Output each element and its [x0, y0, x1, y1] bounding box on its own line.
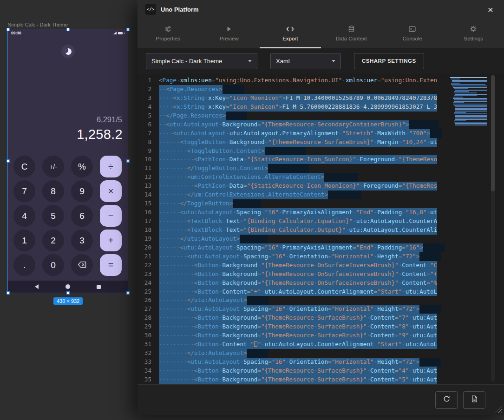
code-line[interactable]: 23··········<Button·Background="{ThemeRe… — [137, 270, 449, 279]
tab-console[interactable]: Console — [382, 19, 443, 48]
tab-strip: PropertiesPreviewExportData ContextConso… — [137, 19, 504, 48]
refresh-icon — [443, 395, 450, 404]
csharp-settings-button[interactable]: CSHARP SETTINGS — [354, 53, 424, 69]
calc-key-−[interactable]: − — [100, 205, 122, 227]
code-line[interactable]: 7····<utu:AutoLayout·utu:AutoLayout.Prim… — [137, 129, 449, 138]
code-line[interactable]: 22··········<Button·Background="{ThemeRe… — [137, 261, 449, 270]
code-line[interactable]: 32········</utu:AutoLayout> — [137, 349, 449, 358]
code-line[interactable]: 2··<Page.Resources> — [137, 85, 449, 94]
nav-recents-icon[interactable] — [97, 285, 101, 289]
code-line[interactable]: 16······<utu:AutoLayout·Spacing="16"·Pri… — [137, 208, 449, 217]
refresh-button[interactable] — [435, 391, 458, 409]
calc-key-÷[interactable]: ÷ — [100, 156, 122, 177]
line-number: 28 — [137, 314, 159, 322]
calc-key-7[interactable]: 7 — [13, 180, 35, 202]
tab-export[interactable]: Export — [260, 19, 321, 48]
phone-artboard[interactable]: 09:30 6,291/5 1,258.2 C+/-%÷789×456−123+… — [8, 29, 128, 293]
code-line[interactable]: 29··········<Button·Background="{ThemeRe… — [137, 322, 449, 331]
calc-key-5[interactable]: 5 — [42, 205, 64, 227]
calc-key-4[interactable]: 4 — [13, 205, 35, 227]
code-line[interactable]: 26········</utu:AutoLayout> — [137, 296, 449, 305]
calc-key-⌫[interactable] — [71, 254, 93, 276]
code-line[interactable]: 28··········<Button·Background="{ThemeRe… — [137, 314, 449, 322]
code-line[interactable]: 34··········<Button·Background="{ThemeRe… — [137, 367, 449, 375]
tab-settings[interactable]: Settings — [443, 19, 504, 48]
nav-home-icon[interactable] — [65, 284, 70, 289]
code-line[interactable]: 10··········<PathIcon·Data="{StaticResou… — [137, 155, 449, 164]
calc-key-9[interactable]: 9 — [71, 180, 93, 202]
selection-handle[interactable] — [66, 28, 70, 31]
code-line[interactable]: 5··</Page.Resources> — [137, 112, 449, 120]
code-line[interactable]: 20······<utu:AutoLayout·Spacing="16"·Pri… — [137, 243, 449, 252]
line-number: 9 — [137, 147, 159, 156]
minimap[interactable] — [450, 77, 488, 126]
theme-dropdown-value: Simple Calc - Dark Theme — [151, 58, 222, 65]
code-line[interactable]: 19······</utu:AutoLayout> — [137, 235, 449, 243]
line-number: 7 — [137, 129, 159, 138]
code-line[interactable]: 13··········<PathIcon·Data="{StaticResou… — [137, 182, 449, 190]
selection-handle[interactable] — [126, 159, 130, 163]
calc-key-1[interactable]: 1 — [13, 230, 35, 251]
selection-tail — [268, 164, 309, 173]
selection-tail — [419, 305, 441, 314]
code-line[interactable]: 24··········<Button·Background="{ThemeRe… — [137, 279, 449, 288]
calc-key-%[interactable]: % — [71, 156, 93, 177]
calc-key-.[interactable]: . — [13, 254, 35, 276]
code-line[interactable]: 33········<utu:AutoLayout·Spacing="16"·O… — [137, 358, 449, 367]
tab-preview[interactable]: Preview — [199, 19, 260, 48]
code-line[interactable]: 25··········<Button·Content="÷"·utu:Auto… — [137, 288, 449, 296]
code-line[interactable]: 27········<utu:AutoLayout·Spacing="16"·O… — [137, 305, 449, 314]
code-line[interactable]: 14········</um:ControlExtensions.Alterna… — [137, 190, 449, 199]
line-number: 4 — [137, 103, 159, 112]
format-dropdown[interactable]: Xaml — [270, 53, 341, 69]
calc-key-+[interactable]: + — [100, 230, 122, 251]
code-line[interactable]: 31··········<Button·Content=""·utu:AutoL… — [137, 340, 449, 349]
code-line[interactable]: 18········<TextBlock·Text="{Binding·Calc… — [137, 226, 449, 235]
calc-key-2[interactable]: 2 — [42, 230, 64, 251]
calc-key-=[interactable]: = — [100, 254, 122, 276]
scrollbar-thumb[interactable] — [491, 75, 495, 191]
calc-key-0[interactable]: 0 — [42, 254, 64, 276]
line-number: 25 — [137, 288, 159, 296]
close-icon[interactable]: × — [484, 5, 497, 14]
code-line[interactable]: 15······</ToggleButton> — [137, 199, 449, 208]
code-line[interactable]: 11········</ToggleButton.Content> — [137, 164, 449, 173]
calc-keypad: C+/-%÷789×456−123+.0= — [13, 156, 122, 276]
calc-key-8[interactable]: 8 — [42, 180, 64, 202]
export-file-button[interactable] — [463, 391, 485, 409]
nav-back-icon[interactable] — [35, 284, 39, 289]
code-line[interactable]: 35··········<Button·Background="{ThemeRe… — [137, 375, 449, 384]
line-number: 2 — [137, 85, 159, 94]
calc-key-+/-[interactable]: +/- — [42, 156, 64, 177]
tab-data-context[interactable]: Data Context — [321, 19, 382, 48]
selection-handle[interactable] — [7, 28, 10, 31]
line-number: 22 — [137, 261, 159, 270]
code-lines[interactable]: 1<Page·xmlns:uen="using:Uno.Extensions.N… — [137, 76, 449, 384]
code-line[interactable]: 12········<um:ControlExtensions.Alternat… — [137, 173, 449, 182]
theme-dropdown[interactable]: Simple Calc - Dark Theme — [146, 53, 257, 69]
theme-toggle-button[interactable] — [61, 45, 75, 58]
tab-properties[interactable]: Properties — [137, 19, 199, 48]
code-line[interactable]: 1<Page·xmlns:uen="using:Uno.Extensions.N… — [137, 76, 449, 85]
code-line[interactable]: 21········<utu:AutoLayout·Spacing="16"·O… — [137, 252, 449, 261]
code-editor[interactable]: 1<Page·xmlns:uen="using:Uno.Extensions.N… — [137, 73, 504, 384]
window-footer — [137, 384, 504, 415]
editor-scrollbar[interactable] — [491, 75, 495, 381]
selection-handle[interactable] — [7, 291, 10, 295]
code-line[interactable]: 9········<ToggleButton.Content> — [137, 147, 449, 156]
code-line[interactable]: 8······<ToggleButton·Background="{ThemeR… — [137, 138, 449, 147]
selection-handle[interactable] — [66, 291, 70, 295]
calc-key-3[interactable]: 3 — [71, 230, 93, 251]
code-line[interactable]: 3····<x:String·x:Key="Icon_MoonIcon">F1·… — [137, 94, 449, 103]
resize-grip-icon[interactable] — [495, 406, 502, 413]
selection-handle[interactable] — [126, 291, 130, 295]
code-line[interactable]: 4····<x:String·x:Key="Icon_SunIcon">F1·M… — [137, 103, 449, 112]
code-line[interactable]: 6··<utu:AutoLayout·Background="{ThemeRes… — [137, 120, 449, 129]
selection-handle[interactable] — [7, 159, 10, 163]
calc-key-6[interactable]: 6 — [71, 205, 93, 227]
calc-key-×[interactable]: × — [100, 180, 122, 202]
selection-handle[interactable] — [126, 28, 130, 31]
code-line[interactable]: 30··········<Button·Background="{ThemeRe… — [137, 331, 449, 340]
code-line[interactable]: 17········<TextBlock·Text="{Binding·Calc… — [137, 217, 449, 226]
calc-key-C[interactable]: C — [13, 156, 35, 177]
